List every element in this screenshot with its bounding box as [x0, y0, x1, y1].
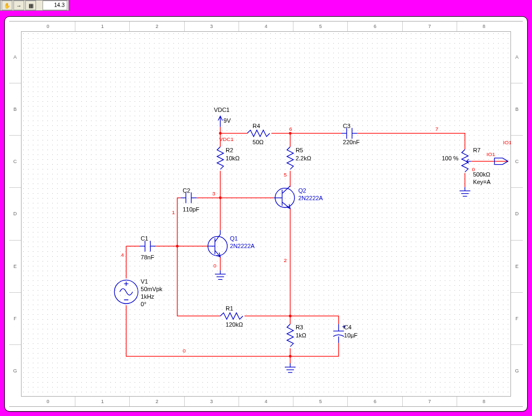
v1-amp: 50mVpk [141, 286, 163, 292]
q1-name: Q1 [230, 235, 238, 242]
v1-freq: 1kHz [141, 293, 155, 300]
v1-phase: 0° [141, 301, 146, 307]
v1-name: V1 [141, 278, 148, 285]
r2-resistor[interactable] [217, 147, 223, 170]
r1-resistor[interactable] [220, 313, 243, 319]
r2-name: R2 [226, 147, 233, 153]
net-io1: IO1 [503, 139, 511, 145]
c3-name: C3 [343, 123, 351, 129]
zoom-value-input[interactable]: 14.3 [43, 1, 67, 10]
ruler-top: 012345678 [21, 22, 511, 32]
ground-q1[interactable] [215, 270, 226, 279]
r1-value: 120kΩ [226, 321, 243, 328]
r7-key: Key=A [473, 179, 491, 185]
r4-value: 50Ω [253, 139, 263, 145]
r5-name: R5 [296, 147, 303, 153]
svg-point-0 [219, 132, 222, 135]
c1-name: C1 [141, 235, 148, 242]
vdc1-source[interactable] [218, 116, 222, 127]
q1-model: 2N2222A [230, 243, 255, 249]
ruler-right: ABCDEFG [510, 31, 523, 397]
net-0c: 0 [183, 348, 186, 354]
svg-point-1 [289, 132, 291, 135]
c4-value: 10µF [344, 332, 358, 339]
ruler-bottom: 012345678 [21, 396, 511, 406]
c2-value: 110pF [183, 206, 199, 213]
net-vdc1: VDC1 [219, 136, 234, 142]
r3-value: 1kΩ [296, 332, 306, 339]
io1-name: IO1 [486, 151, 495, 157]
c2-capacitor[interactable] [180, 193, 197, 203]
r7-value: 500kΩ [473, 171, 490, 178]
schematic-canvas[interactable]: VDC1 9V VDC1 R4 50Ω C3 220nF R2 10kΩ R5 … [21, 31, 511, 397]
q1-transistor[interactable] [208, 230, 227, 257]
net-2: 2 [284, 257, 287, 263]
r3-resistor[interactable] [287, 324, 293, 347]
net-1: 1 [172, 209, 175, 215]
c2-name: C2 [183, 187, 190, 194]
c3-value: 220nF [343, 139, 360, 145]
svg-point-5 [289, 355, 291, 358]
toolbar: ✋ → ▦ 14.3 [0, 0, 69, 11]
net-0b: 0 [472, 166, 475, 172]
net-5: 5 [284, 172, 287, 178]
r2-value: 10kΩ [226, 155, 240, 161]
q2-name: Q2 [298, 187, 306, 194]
net-7: 7 [436, 126, 439, 132]
c1-capacitor[interactable] [139, 241, 156, 251]
net-6: 6 [289, 126, 292, 132]
schematic-svg: VDC1 9V VDC1 R4 50Ω C3 220nF R2 10kΩ R5 … [21, 31, 511, 397]
svg-point-3 [176, 245, 179, 248]
r7-potentiometer[interactable] [461, 150, 471, 172]
net-0a: 0 [213, 263, 216, 269]
r5-resistor[interactable] [287, 147, 293, 170]
q2-transistor[interactable] [274, 186, 295, 209]
r3-name: R3 [296, 324, 303, 330]
vdc1-value: 9V [223, 117, 231, 124]
ruler-left: ABCDEFG [9, 31, 22, 397]
v1-source[interactable] [114, 280, 138, 304]
r5-value: 2.2kΩ [296, 155, 311, 161]
c3-capacitor[interactable] [341, 128, 358, 139]
r7-name: R7 [473, 147, 480, 153]
net-3: 3 [212, 191, 215, 196]
svg-point-4 [289, 315, 291, 318]
schematic-sheet: 012345678 012345678 ABCDEFG ABCDEFG [4, 16, 528, 412]
component-tool-button[interactable]: ▦ [25, 1, 36, 10]
r4-name: R4 [253, 123, 260, 129]
c1-value: 78nF [141, 254, 154, 260]
net-4: 4 [121, 252, 124, 258]
grab-tool-button[interactable]: ✋ [2, 1, 12, 10]
ground-r7[interactable] [459, 187, 470, 196]
r7-pct: 100 % [442, 155, 459, 161]
c4-name: C4 [344, 324, 352, 330]
q2-model: 2N2222A [298, 195, 323, 201]
arrow-tool-button[interactable]: → [13, 1, 24, 10]
ground-bottom[interactable] [285, 363, 296, 372]
r4-resistor[interactable] [247, 130, 270, 137]
r1-name: R1 [226, 305, 233, 312]
vdc1-name: VDC1 [214, 107, 229, 113]
svg-point-2 [219, 196, 222, 199]
